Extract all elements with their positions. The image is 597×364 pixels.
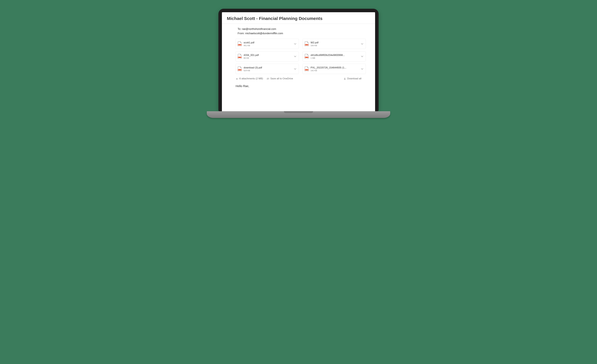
attachment-text: 4334_001.pdf 89 KB [244,54,291,59]
chevron-down-icon[interactable] [360,42,364,46]
pdf-file-icon [237,41,242,46]
cloud-icon [267,77,269,80]
pdf-file-icon [305,66,309,71]
attachments-footer: 6 attachments (2 MB) Save all to OneDriv… [227,77,370,80]
chevron-down-icon[interactable] [293,67,297,71]
attachments-grid: scott1.pdf 451 KB [227,39,370,74]
chevron-down-icon[interactable] [293,54,297,58]
email-meta: To: rae@northshorefinancial.com From: mi… [227,27,370,36]
download-all-button[interactable]: Download all [344,77,361,80]
screen: Michael Scott - Financial Planning Docum… [222,12,375,111]
pdf-file-icon [305,54,309,59]
download-all-label: Download all [347,77,361,80]
laptop-base [207,111,390,118]
svg-rect-17 [307,70,308,70]
svg-rect-2 [241,45,241,45]
svg-rect-8 [241,57,241,58]
download-icon [344,77,346,80]
email-from-row: From: michaelscott@dundermifflin.com [238,31,370,36]
svg-rect-1 [238,45,239,45]
svg-rect-5 [307,45,308,45]
divider [222,24,375,24]
svg-rect-14 [241,70,241,70]
attachment-item[interactable]: download (3).pdf 524 KB [236,64,299,74]
to-address: rae@northshorefinancial.com [242,28,276,31]
attachment-text: download (3).pdf 524 KB [244,66,291,72]
to-label: To: [238,28,241,31]
chevron-down-icon[interactable] [360,54,364,58]
laptop-mockup: Michael Scott - Financial Planning Docum… [207,9,390,118]
svg-rect-7 [238,57,239,58]
save-all-label: Save all to OneDrive [270,77,293,80]
attachment-size: 524 KB [244,70,291,72]
email-to-row: To: rae@northshorefinancial.com [238,27,370,31]
attachment-item[interactable]: W2.pdf 100 KB [303,39,366,49]
pdf-file-icon [237,54,242,59]
from-address: michaelscott@dundermifflin.com [245,32,283,35]
attachment-name: 4334_001.pdf [244,54,291,57]
laptop-bezel: Michael Scott - Financial Planning Docum… [218,9,379,111]
attachment-text: scott1.pdf 451 KB [244,41,291,47]
svg-rect-10 [305,57,306,58]
svg-rect-4 [305,45,306,45]
attachment-name: W2.pdf [311,41,358,44]
attachment-size: 451 KB [244,44,291,47]
save-all-onedrive-button[interactable]: Save all to OneDrive [267,77,293,80]
chevron-down-icon[interactable] [293,42,297,46]
svg-rect-13 [238,70,239,70]
svg-rect-11 [307,57,308,58]
chevron-down-icon[interactable] [360,67,364,71]
attachment-item[interactable]: d41d8cd98f00b204e9800998... 1 MB [303,51,366,62]
email-body-greeting: Hello Rae, [227,84,370,88]
attachment-text: W2.pdf 100 KB [311,41,358,47]
attachment-text: d41d8cd98f00b204e9800998... 1 MB [311,54,358,59]
attachment-item[interactable]: PXL_20220726_154644935 (1... 142 KB [303,64,366,74]
attachment-item[interactable]: 4334_001.pdf 89 KB [236,51,299,62]
pdf-file-icon [237,66,242,71]
attachment-size: 100 KB [311,44,358,47]
attachment-item[interactable]: scott1.pdf 451 KB [236,39,299,49]
laptop-notch [284,111,313,113]
attachment-name: scott1.pdf [244,41,291,44]
attachment-name: d41d8cd98f00b204e9800998... [311,54,358,57]
email-subject: Michael Scott - Financial Planning Docum… [227,16,370,24]
attachment-size: 1 MB [311,57,358,59]
attachment-size: 89 KB [244,57,291,59]
attachments-summary: 6 attachments (2 MB) [239,77,263,80]
attachment-name: download (3).pdf [244,66,291,69]
attachment-name: PXL_20220726_154644935 (1... [311,66,358,69]
from-label: From: [238,32,244,35]
pdf-file-icon [305,41,309,46]
chevrons-up-icon [236,77,238,80]
svg-rect-16 [305,70,306,70]
collapse-attachments-button[interactable]: 6 attachments (2 MB) [236,77,263,80]
email-view: Michael Scott - Financial Planning Docum… [222,12,375,88]
attachment-text: PXL_20220726_154644935 (1... 142 KB [311,66,358,72]
attachment-size: 142 KB [311,70,358,72]
